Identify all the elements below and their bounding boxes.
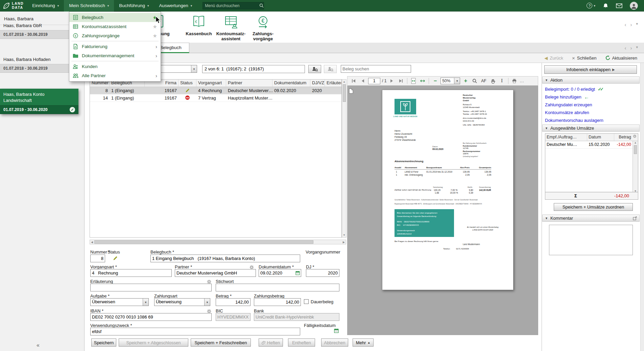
favorite-star-icon[interactable]: ★	[153, 24, 157, 30]
speichern-button[interactable]: Speichern	[91, 338, 116, 347]
help-button[interactable]: ?▾	[587, 3, 595, 8]
popout-icon[interactable]	[633, 216, 637, 220]
zahlungsart-select[interactable]: Überweisung▾	[154, 298, 210, 306]
page-number-input[interactable]	[368, 78, 380, 84]
first-page-button[interactable]	[350, 78, 357, 84]
col-erlaeuterung[interactable]: Erläuterung	[325, 80, 341, 87]
dauerbeleg-checkbox[interactable]	[304, 299, 309, 304]
abbrechen-button[interactable]: Abbrechen	[321, 338, 348, 347]
col-partner[interactable]: Partner	[226, 80, 272, 87]
beleg-search-input[interactable]	[341, 65, 411, 73]
erlaeuterung-input[interactable]	[90, 284, 212, 291]
next-page-button[interactable]	[388, 78, 396, 84]
print-button[interactable]	[511, 78, 518, 84]
partner-input[interactable]	[175, 269, 256, 277]
chevron-down-icon[interactable]: ▾	[636, 45, 638, 51]
fit-width-button[interactable]	[419, 78, 426, 84]
refresh-button[interactable]: Aktualisieren	[605, 56, 637, 61]
link-belege-hinzufuegen[interactable]: Belege hinzufügen ←	[545, 93, 589, 100]
menu-item-dokumentenmanagement[interactable]: Dokumentenmanagement ›	[69, 51, 161, 60]
close-button[interactable]: × Schließen	[572, 55, 597, 61]
kommentar-section-header[interactable]: ▼ Kommentar	[542, 215, 640, 222]
scroll-left-icon[interactable]: ◀	[91, 241, 93, 244]
umsaetze-section-header[interactable]: ▼ Ausgewählte Umsätze	[542, 125, 640, 132]
quick-zahlungsvorgaenge[interactable]: € Zahlungs- vorgänge	[244, 14, 282, 42]
speichern-festschreiben-button[interactable]: Speichern + Festschreiben	[191, 338, 251, 347]
af-button[interactable]: AF	[480, 78, 487, 84]
col-empfaenger[interactable]: Empf./Auftrag…	[545, 134, 587, 141]
menu-item-kunden[interactable]: Kunden	[69, 62, 161, 71]
menu-item-zahlungsvorgaenge[interactable]: € Zahlungsvorgänge ★	[69, 31, 161, 40]
umsaetze-zuordnen-button[interactable]: Speichern + Umsätze zuordnen	[554, 203, 633, 211]
table-row-selected[interactable]: 8 1 (Eingang) 19167 4 Rechnung Deutscher…	[90, 87, 341, 94]
menu-auswertungen[interactable]: Auswertungen▾	[154, 0, 197, 12]
table-vertical-scrollbar[interactable]: ▲ ▼	[342, 79, 347, 238]
calendar-icon[interactable]	[295, 270, 300, 277]
scroll-up-icon[interactable]: ▲	[343, 80, 345, 83]
sidebar-collapse-button[interactable]: «	[37, 342, 40, 348]
table-row[interactable]: 14 1 (Eingang) 19167 7 Vertrag Hauptzoll…	[90, 94, 341, 102]
gear-icon[interactable]	[633, 134, 638, 141]
table-horizontal-scrollbar[interactable]: ◀ ▶	[90, 240, 346, 244]
vorgangsart-input[interactable]	[90, 269, 172, 277]
link-kontoumsaetze-abrufen[interactable]: Kontoumsätze abrufen	[545, 109, 589, 116]
last-page-button[interactable]	[397, 78, 405, 84]
zoom-out-button[interactable]: −	[431, 78, 439, 84]
chevron-right-icon[interactable]: ›	[630, 45, 632, 51]
scrollbar-thumb[interactable]	[94, 240, 313, 244]
col-status[interactable]: Status	[178, 80, 196, 87]
umsatz-row[interactable]: Deutscher Mu… 15.02.2020 -142,00	[545, 141, 638, 149]
chevron-right-icon[interactable]: ›	[630, 22, 632, 27]
nummer-input[interactable]	[90, 255, 105, 262]
link-belegimport[interactable]: Belegimport: 0 / 0 erledigt ✓✓	[545, 86, 602, 92]
zoom-select[interactable]: 50%▾	[440, 78, 460, 84]
page-thumbnail-icon[interactable]	[349, 88, 353, 95]
favorite-star-icon[interactable]: ★	[153, 33, 157, 39]
col-dokumentdatum[interactable]: Dokumentdatum	[272, 80, 310, 87]
zoom-in-button[interactable]: +	[462, 78, 469, 84]
speichern-abgeschlossen-button[interactable]: Speichern + Abgeschlossen	[119, 338, 188, 347]
menu-mein-schreibtisch[interactable]: Mein Schreibtisch▾	[64, 0, 114, 12]
menu-item-alle-partner[interactable]: Alle Partner ›	[69, 71, 161, 80]
chevron-left-icon[interactable]: ‹	[624, 45, 626, 51]
more-tools-button[interactable]: ...	[520, 78, 524, 84]
client-card-konto-landwirtschaft[interactable]: Haas, Barbara Konto Landwirtschaft 01.07…	[0, 89, 78, 114]
dj-input[interactable]	[306, 269, 339, 277]
menu-item-kontoumsatzassistent[interactable]: Kontoumsatzassistent ★	[69, 22, 161, 31]
verwendungszweck-input[interactable]	[90, 328, 300, 335]
mail-icon[interactable]	[616, 3, 622, 8]
belegbuch-input[interactable]	[150, 255, 300, 262]
chevron-down-icon[interactable]: ▾	[636, 22, 638, 27]
prev-page-button[interactable]	[359, 78, 366, 84]
entheften-button[interactable]: Entheften	[288, 338, 315, 347]
aktion-section-header[interactable]: ▼ Aktion	[542, 76, 640, 84]
dokumentdatum-input[interactable]	[259, 269, 301, 277]
app-logo[interactable]: LAND DATA	[0, 0, 27, 12]
menu-buchfuehrung[interactable]: Buchführung▾	[114, 0, 154, 12]
stichwort-input[interactable]	[216, 284, 339, 291]
scrollbar-thumb[interactable]	[343, 84, 346, 102]
heften-button[interactable]: Heften	[259, 338, 283, 347]
col-datum[interactable]: Datum	[587, 134, 614, 141]
search-icon[interactable]	[259, 3, 264, 8]
scroll-right-icon[interactable]: ▶	[343, 241, 345, 244]
mehr-button[interactable]: Mehr▲	[353, 338, 374, 347]
partner-search-secondary-button[interactable]	[324, 65, 337, 73]
scroll-up-icon[interactable]: ▲	[634, 141, 637, 144]
zahlungsbetrag-input[interactable]	[254, 298, 301, 306]
tab-nav-chevrons[interactable]: ‹ › ▾	[624, 45, 638, 51]
betrag-input[interactable]	[216, 298, 251, 306]
menu-item-fakturierung[interactable]: Fakturierung ›	[69, 42, 161, 51]
menu-search-input[interactable]	[205, 3, 257, 8]
calendar-icon[interactable]	[334, 328, 339, 334]
infobereich-toggle-button[interactable]: Infobereich einklappen ▶	[544, 65, 637, 74]
bell-icon[interactable]	[603, 3, 609, 9]
link-zahlungsdatei-erzeugen[interactable]: Zahlungsdatei erzeugen	[545, 101, 592, 108]
user-avatar[interactable]	[630, 2, 638, 10]
aufgabe-select[interactable]: Überweisen▾	[90, 298, 149, 306]
col-vorgangsart[interactable]: Vorgangsart	[196, 80, 226, 87]
umsaetze-scrollbar[interactable]: ▲ ▼	[633, 141, 638, 193]
col-djvz[interactable]: DJ/VZ	[310, 80, 325, 87]
chevron-left-icon[interactable]: ‹	[624, 22, 626, 27]
link-dokumentvorschau-auslagern[interactable]: Dokumentvorschau auslagern	[545, 117, 603, 124]
